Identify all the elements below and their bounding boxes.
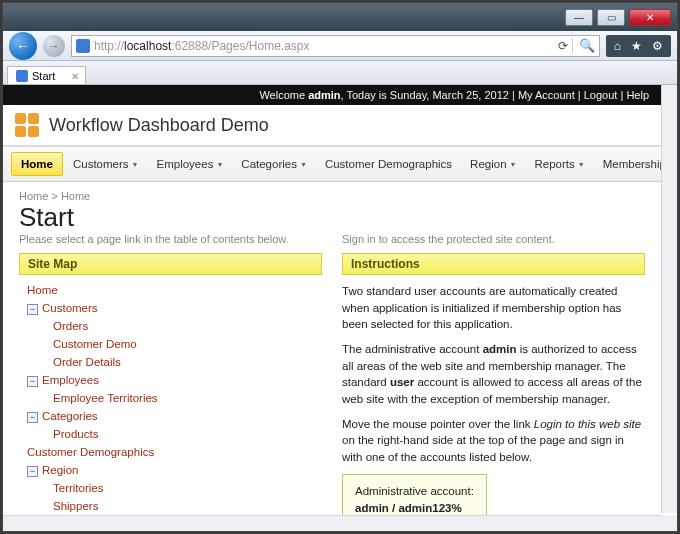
collapse-icon[interactable]: − — [27, 412, 38, 423]
tree-customers[interactable]: Customers — [42, 302, 98, 314]
tab-favicon — [16, 70, 28, 82]
sitemap-heading: Site Map — [19, 253, 322, 275]
instructions-heading: Instructions — [342, 253, 645, 275]
right-column: Sign in to access the protected site con… — [342, 233, 645, 531]
my-account-link[interactable]: My Account — [518, 89, 575, 101]
menu-demographics[interactable]: Customer Demographics — [317, 152, 460, 176]
instructions-p1: Two standard user accounts are automatic… — [342, 283, 645, 333]
vertical-scrollbar[interactable] — [661, 85, 677, 513]
tree-categories[interactable]: Categories — [42, 410, 98, 422]
menu-reports[interactable]: Reports▼ — [526, 152, 592, 176]
chevron-down-icon: ▼ — [510, 161, 517, 168]
home-icon[interactable]: ⌂ — [614, 39, 621, 53]
browser-window: — ▭ ✕ ← → http://localhost:62888/Pages/H… — [2, 2, 678, 532]
close-button[interactable]: ✕ — [629, 9, 671, 26]
tree-shippers[interactable]: Shippers — [53, 500, 98, 512]
viewport: Welcome admin, Today is Sunday, March 25… — [3, 85, 677, 531]
tree-customer-demographics[interactable]: Customer Demographics — [27, 446, 154, 458]
tree-products[interactable]: Products — [53, 428, 98, 440]
tree-territories[interactable]: Territories — [53, 482, 103, 494]
menu-categories[interactable]: Categories▼ — [233, 152, 315, 176]
welcome-text: Welcome admin, Today is Sunday, March 25… — [259, 89, 508, 101]
browser-tab[interactable]: Start ✕ — [7, 66, 86, 84]
favorites-icon[interactable]: ★ — [631, 39, 642, 53]
breadcrumb-root[interactable]: Home — [19, 190, 48, 202]
address-bar[interactable]: http://localhost:62888/Pages/Home.aspx ⟳… — [71, 35, 600, 57]
back-button[interactable]: ← — [9, 32, 37, 60]
instructions-p3: Move the mouse pointer over the link Log… — [342, 416, 645, 466]
admin-cred-label: Administrative account: — [355, 483, 474, 500]
left-column: Please select a page link in the table o… — [19, 233, 322, 531]
maximize-button[interactable]: ▭ — [597, 9, 625, 26]
site-logo — [15, 113, 39, 137]
search-icon[interactable]: 🔍 — [572, 38, 595, 53]
tab-close-icon[interactable]: ✕ — [71, 71, 79, 82]
tab-strip: Start ✕ — [3, 61, 677, 85]
help-link[interactable]: Help — [626, 89, 649, 101]
scrollbar-corner — [661, 515, 677, 531]
page-subtext: Please select a page link in the table o… — [19, 233, 322, 253]
chevron-down-icon: ▼ — [216, 161, 223, 168]
chevron-down-icon: ▼ — [300, 161, 307, 168]
menu-home[interactable]: Home — [11, 152, 63, 176]
forward-button[interactable]: → — [43, 35, 65, 57]
horizontal-scrollbar[interactable] — [3, 515, 661, 531]
admin-cred: admin / admin123% — [355, 502, 462, 514]
tree-employee-territories[interactable]: Employee Territories — [53, 392, 158, 404]
tree-customer-demo[interactable]: Customer Demo — [53, 338, 137, 350]
sitemap-tree: Home −Customers Orders Customer Demo Ord… — [19, 275, 322, 531]
tree-home[interactable]: Home — [27, 284, 58, 296]
breadcrumb-current: Home — [61, 190, 90, 202]
tree-order-details[interactable]: Order Details — [53, 356, 121, 368]
tree-orders[interactable]: Orders — [53, 320, 88, 332]
breadcrumb: Home > Home — [3, 182, 661, 202]
minimize-button[interactable]: — — [565, 9, 593, 26]
menu-employees[interactable]: Employees▼ — [149, 152, 232, 176]
collapse-icon[interactable]: − — [27, 376, 38, 387]
chevron-down-icon: ▼ — [578, 161, 585, 168]
chevron-down-icon: ▼ — [132, 161, 139, 168]
logout-link[interactable]: Logout — [584, 89, 618, 101]
main-menu: Home Customers▼ Employees▼ Categories▼ C… — [3, 146, 661, 182]
collapse-icon[interactable]: − — [27, 304, 38, 315]
tree-employees[interactable]: Employees — [42, 374, 99, 386]
right-subtext: Sign in to access the protected site con… — [342, 233, 645, 253]
page: Welcome admin, Today is Sunday, March 25… — [3, 85, 661, 531]
tree-region[interactable]: Region — [42, 464, 78, 476]
instructions-body: Two standard user accounts are automatic… — [342, 275, 645, 531]
tab-title: Start — [32, 70, 55, 82]
menu-region[interactable]: Region▼ — [462, 152, 524, 176]
collapse-icon[interactable]: − — [27, 466, 38, 477]
toolbar-icons: ⌂ ★ ⚙ — [606, 35, 671, 57]
instructions-p2: The administrative account admin is auth… — [342, 341, 645, 408]
page-title: Start — [3, 202, 661, 233]
settings-icon[interactable]: ⚙ — [652, 39, 663, 53]
site-favicon — [76, 39, 90, 53]
top-black-bar: Welcome admin, Today is Sunday, March 25… — [3, 85, 661, 105]
refresh-icon[interactable]: ⟳ — [558, 39, 568, 53]
url-text: http://localhost:62888/Pages/Home.aspx — [94, 39, 554, 53]
site-title: Workflow Dashboard Demo — [49, 115, 269, 136]
menu-customers[interactable]: Customers▼ — [65, 152, 147, 176]
site-header: Workflow Dashboard Demo — [3, 105, 661, 146]
titlebar: — ▭ ✕ — [3, 3, 677, 31]
nav-toolbar: ← → http://localhost:62888/Pages/Home.as… — [3, 31, 677, 61]
